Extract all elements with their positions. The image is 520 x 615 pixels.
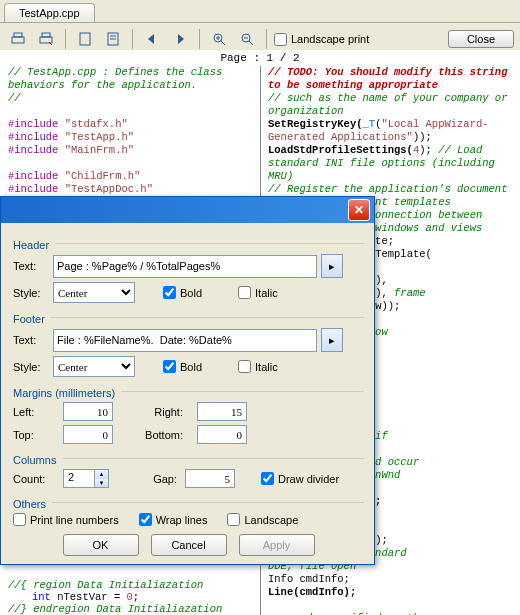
landscape-print-label: Landscape print (291, 33, 369, 45)
section-footer: Footer (13, 313, 45, 325)
svg-line-16 (249, 41, 253, 45)
print-icon[interactable] (6, 27, 30, 51)
header-style-select[interactable]: Center (53, 282, 135, 303)
footer-code: //{ region Data Initialiazation int nTes… (8, 579, 512, 615)
count-label: Count: (13, 473, 63, 485)
prev-page-icon[interactable] (140, 27, 164, 51)
svg-rect-3 (42, 33, 50, 37)
svg-rect-4 (80, 33, 90, 45)
section-columns: Columns (13, 454, 56, 466)
print-direct-icon[interactable] (34, 27, 58, 51)
margin-top-input[interactable] (63, 425, 113, 444)
header-text-input[interactable] (53, 255, 317, 278)
footer-text-dropdown[interactable]: ▸ (321, 328, 343, 352)
apply-button[interactable]: Apply (239, 534, 315, 556)
page-indicator: Page : 1 / 2 (0, 50, 520, 66)
options-icon[interactable] (101, 27, 125, 51)
style-label: Style: (13, 361, 53, 373)
svg-marker-8 (148, 34, 154, 44)
section-margins: Margins (millimeters) (13, 387, 115, 399)
gap-label: Gap: (127, 473, 185, 485)
code-comment: // TestApp.cpp : Defines the class behav… (8, 66, 252, 92)
header-italic-checkbox[interactable]: Italic (238, 286, 278, 299)
section-header: Header (13, 239, 49, 251)
svg-rect-1 (14, 33, 22, 37)
top-label: Top: (13, 429, 55, 441)
footer-text-input[interactable] (53, 329, 317, 352)
right-label: Right: (131, 406, 189, 418)
print-line-numbers-checkbox[interactable]: Print line numbers (13, 513, 119, 526)
margin-left-input[interactable] (63, 402, 113, 421)
zoom-out-icon[interactable] (235, 27, 259, 51)
code-comment: // (8, 92, 252, 105)
text-label: Text: (13, 334, 53, 346)
header-bold-checkbox[interactable]: Bold (163, 286, 202, 299)
column-gap-input[interactable] (185, 469, 235, 488)
section-others: Others (13, 498, 46, 510)
footer-style-select[interactable]: Center (53, 356, 135, 377)
tab-testapp[interactable]: TestApp.cpp (4, 3, 95, 22)
ok-button[interactable]: OK (63, 534, 139, 556)
next-page-icon[interactable] (168, 27, 192, 51)
bottom-label: Bottom: (131, 429, 189, 441)
close-button[interactable]: Close (448, 30, 514, 48)
landscape-print-checkbox[interactable]: Landscape print (274, 33, 369, 46)
landscape-checkbox[interactable]: Landscape (227, 513, 298, 526)
footer-bold-checkbox[interactable]: Bold (163, 360, 202, 373)
todo-comment: // TODO: You should modify this string t… (268, 66, 512, 92)
header-text-dropdown[interactable]: ▸ (321, 254, 343, 278)
margin-right-input[interactable] (197, 402, 247, 421)
svg-line-13 (221, 41, 225, 45)
svg-rect-2 (40, 37, 52, 43)
wrap-lines-checkbox[interactable]: Wrap lines (139, 513, 208, 526)
cancel-button[interactable]: Cancel (151, 534, 227, 556)
style-label: Style: (13, 287, 53, 299)
tab-bar: TestApp.cpp (0, 0, 520, 23)
margin-bottom-input[interactable] (197, 425, 247, 444)
draw-divider-checkbox[interactable]: Draw divider (261, 472, 339, 485)
zoom-in-icon[interactable] (207, 27, 231, 51)
svg-marker-9 (178, 34, 184, 44)
column-count-spinner[interactable]: 2▲▼ (63, 469, 109, 488)
dialog-title-bar[interactable]: ✕ (1, 197, 374, 223)
text-label: Text: (13, 260, 53, 272)
left-label: Left: (13, 406, 55, 418)
svg-rect-0 (12, 37, 24, 43)
page-setup-dialog: ✕ Header Text: ▸ Style: Center Bold Ital… (0, 196, 375, 565)
page-setup-icon[interactable] (73, 27, 97, 51)
close-icon[interactable]: ✕ (348, 199, 370, 221)
footer-italic-checkbox[interactable]: Italic (238, 360, 278, 373)
